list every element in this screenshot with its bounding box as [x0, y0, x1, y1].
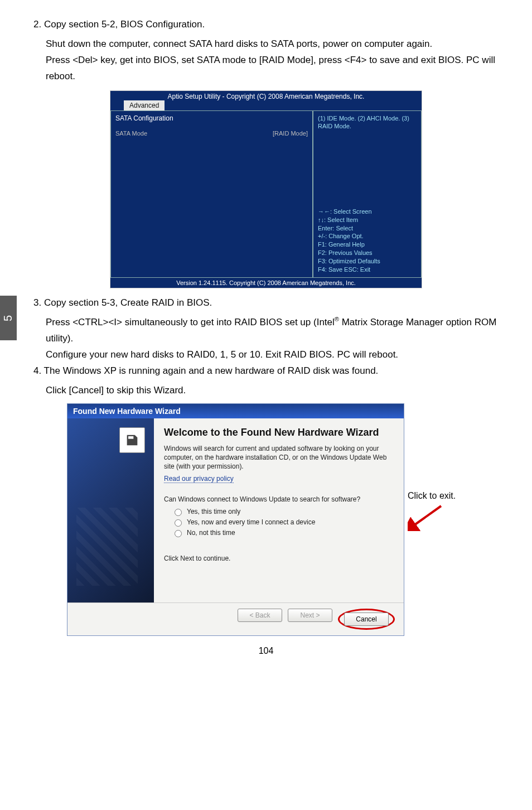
- wizard-side-graphic: [67, 418, 154, 602]
- next-button: Next >: [288, 609, 332, 622]
- wizard-question: Can Windows connect to Windows Update to…: [164, 495, 394, 504]
- cancel-button[interactable]: Cancel: [344, 613, 389, 626]
- bios-screenshot: Aptio Setup Utility - Copyright (C) 2008…: [110, 90, 422, 288]
- device-icon: [119, 427, 145, 453]
- step-2-body: Shut down the computer, connect SATA har…: [46, 36, 499, 85]
- bios-key-guide: →←: Select Screen ↑↓: Select Item Enter:…: [318, 208, 417, 274]
- bios-help-text: (1) IDE Mode. (2) AHCI Mode. (3) RAID Mo…: [318, 114, 417, 131]
- chapter-tab: 5: [0, 296, 17, 340]
- annotation-text: Click to exit.: [408, 491, 456, 501]
- wizard-intro: Windows will search for current and upda…: [164, 444, 394, 471]
- bios-sata-mode-row: SATA Mode [RAID Mode]: [115, 130, 308, 137]
- step-3-body: Press <CTRL><I> simultaneously to get in…: [46, 314, 499, 363]
- svg-line-0: [412, 506, 441, 527]
- bios-section-title: SATA Configuration: [115, 114, 308, 122]
- wizard-titlebar: Found New Hardware Wizard: [67, 404, 404, 418]
- radio-no[interactable]: No, not this time: [172, 528, 394, 537]
- annotation: Click to exit.: [408, 491, 456, 531]
- radio-yes-once-input[interactable]: [175, 509, 182, 516]
- page-number: 104: [33, 646, 499, 656]
- step-4-heading: 4. The Windows XP is running again and a…: [33, 363, 499, 379]
- bios-tab-advanced: Advanced: [124, 100, 165, 110]
- wizard-button-row: < Back Next > Cancel: [67, 602, 404, 635]
- bios-right-pane: (1) IDE Mode. (2) AHCI Mode. (3) RAID Mo…: [313, 110, 422, 278]
- radio-yes-once-label: Yes, this time only: [187, 508, 240, 515]
- radio-no-input[interactable]: [175, 530, 182, 537]
- radio-yes-once[interactable]: Yes, this time only: [172, 507, 394, 516]
- step-2-heading: 2. Copy section 5-2, BIOS Configuration.: [33, 17, 499, 33]
- cancel-highlight-ring: Cancel: [338, 609, 395, 630]
- bios-header: Aptio Setup Utility - Copyright (C) 2008…: [110, 91, 422, 100]
- privacy-policy-link[interactable]: Read our privacy policy: [164, 475, 234, 483]
- bios-sata-mode-label: SATA Mode: [115, 130, 147, 137]
- radio-yes-always-input[interactable]: [175, 519, 182, 527]
- step-4-body: Click [Cancel] to skip this Wizard.: [46, 383, 499, 399]
- arrow-icon: [408, 503, 447, 531]
- radio-yes-always-label: Yes, now and every time I connect a devi…: [187, 518, 315, 526]
- bios-sata-mode-value: [RAID Mode]: [273, 130, 308, 137]
- wizard-radio-group: Yes, this time only Yes, now and every t…: [172, 507, 394, 537]
- step-3-heading: 3. Copy section 5-3, Create RAID in BIOS…: [33, 295, 499, 311]
- radio-no-label: No, not this time: [187, 529, 235, 537]
- wizard-heading: Welcome to the Found New Hardware Wizard: [164, 426, 394, 439]
- wizard-continue: Click Next to continue.: [164, 554, 394, 563]
- bios-left-pane: SATA Configuration SATA Mode [RAID Mode]: [110, 110, 313, 278]
- wizard-main: Welcome to the Found New Hardware Wizard…: [154, 418, 404, 602]
- bios-footer: Version 1.24.1115. Copyright (C) 2008 Am…: [110, 278, 422, 288]
- found-new-hardware-wizard: Found New Hardware Wizard Welcome to the…: [67, 403, 404, 636]
- bios-tab-row: Advanced: [110, 100, 422, 110]
- back-button: < Back: [238, 609, 282, 622]
- radio-yes-always[interactable]: Yes, now and every time I connect a devi…: [172, 518, 394, 527]
